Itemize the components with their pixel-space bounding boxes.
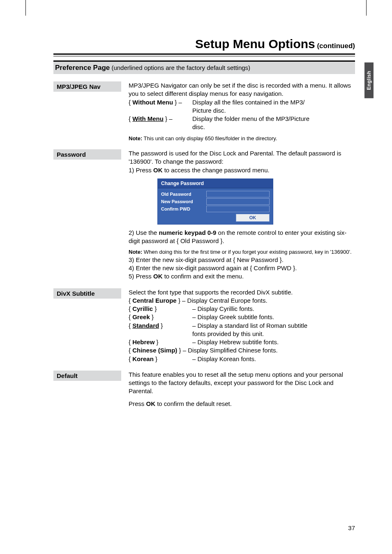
opt-key-without-menu-text: Without Menu — [132, 99, 173, 106]
default-p2-a: Press — [129, 400, 146, 407]
mp3-note-text: This unit can only display 650 files/fol… — [142, 135, 277, 141]
default-p1: This feature enables you to reset all th… — [129, 371, 355, 396]
old-password-input[interactable] — [206, 191, 270, 197]
body-default: This feature enables you to reset all th… — [121, 371, 355, 408]
divx-ce: { Central Europe } – Display Central Eur… — [129, 297, 355, 305]
opt-desc-without-menu-2: Picture disc. — [129, 107, 355, 115]
password-note: Note: When doing this for the first time… — [129, 248, 355, 256]
password-step4: 4) Enter the new six-digit password agai… — [129, 264, 355, 272]
divx-ch: { Chinese (Simp) } – Display Simplified … — [129, 346, 355, 355]
pw-step1-a: 1) Press — [129, 167, 153, 174]
change-password-dialog: Change Password Old Password New Passwor… — [157, 178, 273, 225]
body-mp3jpeg: MP3/JPEG Navigator can only be set if th… — [121, 81, 355, 142]
page-title-cont: (continued) — [315, 42, 355, 50]
password-note-bold: Note: — [129, 249, 142, 255]
divx-ko: { Korean } – Display Korean fonts. — [129, 355, 355, 363]
crop-mark — [25, 0, 26, 16]
password-step5: 5) Press OK to confirm and exit the menu… — [129, 272, 355, 280]
pw-step1-ok: OK — [153, 167, 163, 174]
preference-page-title: Preference Page — [55, 64, 110, 72]
row-divx: DivX Subtitle Select the font type that … — [53, 288, 355, 363]
change-password-title: Change Password — [158, 179, 273, 188]
opt-key-without-menu: { Without Menu } – — [129, 98, 192, 107]
divx-cy: { Cyrillic } – Display Cyrillic fonts. — [129, 305, 355, 313]
divx-st-desc: – Display a standard list of Roman subti… — [192, 322, 307, 330]
row-password: Password The password is used for the Di… — [53, 149, 355, 281]
password-step1: 1) Press OK to access the change passwor… — [129, 166, 355, 174]
divx-he-desc: – Display Hebrew subtitle fonts. — [192, 338, 279, 346]
confirm-pwd-row: Confirm PWD — [161, 206, 270, 212]
mp3-intro: MP3/JPEG Navigator can only be set if th… — [129, 81, 355, 98]
pw-step5-a: 5) Press — [129, 273, 153, 280]
mp3-note-bold: Note: — [129, 135, 142, 141]
confirm-pwd-label: Confirm PWD — [161, 206, 206, 212]
divx-cy-key: Cyrillic — [132, 305, 153, 312]
default-p2-ok: OK — [146, 400, 156, 407]
label-default: Default — [53, 371, 121, 381]
mp3-opt-without: { Without Menu } – Display all the files… — [129, 98, 355, 107]
opt-desc-with-menu: Display the folder menu of the MP3/Pictu… — [192, 115, 309, 123]
body-password: The password is used for the Disc Lock a… — [121, 149, 355, 281]
password-note-text: When doing this for the first time or if… — [142, 249, 351, 255]
page-title-row: Setup Menu Options (continued) — [53, 37, 355, 51]
pw-ok-button[interactable]: OK — [236, 214, 270, 222]
divx-gr-desc: – Display Greek subtitle fonts. — [192, 313, 274, 321]
divx-ch-key: Chinese (Simp) — [132, 347, 177, 354]
pw-step2-a: 2) Use the — [129, 229, 159, 236]
preference-page-subtitle: (underlined options are the factory defa… — [110, 64, 250, 71]
page-number: 37 — [348, 524, 355, 531]
default-p2-b: to confirm the default reset. — [155, 400, 232, 407]
pw-ok-row: OK — [161, 214, 270, 222]
password-intro: The password is used for the Disc Lock a… — [129, 149, 355, 166]
divx-cy-desc: – Display Cyrillic fonts. — [192, 305, 254, 313]
divx-cy-key-wrap: { Cyrillic } — [129, 305, 192, 313]
new-password-input[interactable] — [206, 198, 270, 205]
divx-he: { Hebrew } – Display Hebrew subtitle fon… — [129, 338, 355, 346]
password-step2: 2) Use the numeric keypad 0-9 on the rem… — [129, 229, 355, 246]
divx-gr-key: Greek — [132, 313, 150, 320]
opt-key-with-menu-text: With Menu — [132, 115, 164, 122]
divx-he-key: Hebrew — [132, 338, 154, 345]
password-step3: 3) Enter the new six-digit password at {… — [129, 256, 355, 264]
page-content: Setup Menu Options (continued) Preferenc… — [0, 0, 392, 424]
crop-mark — [366, 0, 367, 16]
label-mp3jpeg: MP3/JPEG Nav — [53, 81, 121, 92]
divx-gr: { Greek } – Display Greek subtitle fonts… — [129, 313, 355, 321]
title-rule — [53, 53, 355, 56]
divx-st-desc2: fonts provided by this unit. — [129, 330, 355, 338]
divx-st: { Standard } – Display a standard list o… — [129, 322, 355, 330]
divx-he-key-wrap: { Hebrew } — [129, 338, 192, 346]
old-password-label: Old Password — [161, 191, 206, 197]
new-password-label: New Password — [161, 199, 206, 205]
pw-step2-kp: numeric keypad 0-9 — [159, 229, 216, 236]
pw-step5-ok: OK — [153, 273, 163, 280]
mp3-note: Note: This unit can only display 650 fil… — [129, 135, 355, 142]
old-password-row: Old Password — [161, 191, 270, 197]
change-password-body: Old Password New Password Confirm PWD OK — [158, 188, 273, 224]
row-mp3jpeg: MP3/JPEG Nav MP3/JPEG Navigator can only… — [53, 81, 355, 142]
divx-ko-key: Korean — [132, 355, 154, 362]
divx-st-key: Standard — [132, 322, 159, 329]
divx-ch-desc: – Display Simplified Chinese fonts. — [183, 347, 278, 354]
divx-gr-key-wrap: { Greek } — [129, 313, 192, 321]
divx-st-key-wrap: { Standard } — [129, 322, 192, 330]
opt-key-with-menu: { With Menu } – — [129, 115, 192, 123]
divx-ko-key-wrap: { Korean } — [129, 355, 192, 363]
default-p2: Press OK to confirm the default reset. — [129, 400, 355, 408]
pw-step5-b: to confirm and exit the menu. — [163, 273, 244, 280]
row-default: Default This feature enables you to rese… — [53, 371, 355, 408]
label-password: Password — [53, 149, 121, 160]
divx-ce-desc: – Display Central Europe fonts. — [182, 297, 267, 304]
confirm-pwd-input[interactable] — [206, 206, 270, 212]
opt-desc-with-menu-2: disc. — [129, 123, 355, 131]
pw-step1-b: to access the change password menu. — [163, 167, 270, 174]
opt-desc-without-menu: Display all the files contained in the M… — [192, 98, 304, 107]
divx-ko-desc: – Display Korean fonts. — [192, 355, 256, 363]
divx-ce-key: Central Europe — [132, 297, 177, 304]
preference-page-header: Preference Page (underlined options are … — [53, 60, 355, 74]
label-divx: DivX Subtitle — [53, 288, 121, 299]
page-title: Setup Menu Options — [195, 37, 315, 51]
body-divx: Select the font type that supports the r… — [121, 288, 355, 363]
mp3-opt-with: { With Menu } – Display the folder menu … — [129, 115, 355, 123]
divx-intro: Select the font type that supports the r… — [129, 288, 355, 297]
